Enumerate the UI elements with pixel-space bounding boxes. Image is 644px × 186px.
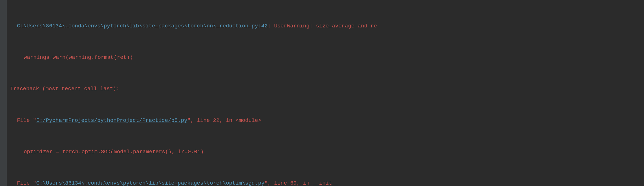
traceback-frame: File "C:\Users\86134\.conda\envs\pytorch…: [10, 178, 641, 186]
file-prefix: File ": [17, 117, 36, 124]
line-info: ", line 69, in __init__: [264, 180, 338, 186]
line-info: ", line 22, in <module>: [187, 117, 261, 124]
warning-line: C:\Users\86134\.conda\envs\pytorch\lib\s…: [10, 21, 641, 31]
editor-gutter: [0, 0, 7, 186]
traceback-code-line: optimizer = torch.optim.SGD(model.parame…: [10, 147, 641, 157]
warning-message: : UserWarning: size_average and re: [268, 23, 377, 29]
warning-code-line: warnings.warn(warning.format(ret)): [10, 52, 641, 63]
traceback-code: optimizer = torch.optim.SGD(model.parame…: [24, 149, 204, 155]
traceback-frame: File "E:/PycharmProjects/pythonProject/P…: [10, 115, 641, 126]
traceback-header-line: Traceback (most recent call last):: [10, 84, 641, 94]
traceback-header: Traceback (most recent call last):: [10, 86, 120, 92]
warning-path-link[interactable]: C:\Users\86134\.conda\envs\pytorch\lib\s…: [17, 23, 268, 29]
file-prefix: File ": [17, 180, 36, 186]
traceback-file-link[interactable]: C:\Users\86134\.conda\envs\pytorch\lib\s…: [36, 180, 264, 186]
warning-code: warnings.warn(warning.format(ret)): [24, 54, 133, 60]
console-output[interactable]: C:\Users\86134\.conda\envs\pytorch\lib\s…: [7, 0, 644, 186]
traceback-file-link[interactable]: E:/PycharmProjects/pythonProject/Practic…: [36, 117, 187, 124]
